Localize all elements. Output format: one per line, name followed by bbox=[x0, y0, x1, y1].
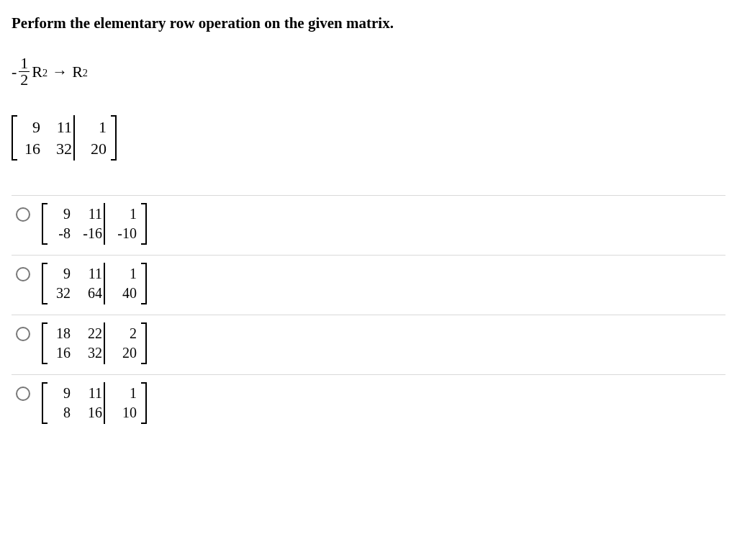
matrix-cell: 20 bbox=[75, 138, 111, 160]
choice-matrix: 9 -8 11 -16 1 -10 bbox=[42, 203, 147, 245]
choice-matrix: 9 8 11 16 1 10 bbox=[42, 382, 147, 424]
minus-sign: - bbox=[12, 63, 17, 81]
matrix-cell: 40 bbox=[105, 284, 141, 303]
fraction-numerator: 1 bbox=[19, 55, 30, 72]
radio-icon[interactable] bbox=[16, 327, 30, 341]
matrix-cell: 11 bbox=[76, 204, 104, 224]
matrix-cell: 1 bbox=[105, 204, 141, 224]
answer-choice[interactable]: 9 -8 11 -16 1 -10 bbox=[12, 195, 725, 256]
answer-choices: 9 -8 11 -16 1 -10 9 32 11 64 bbox=[12, 195, 725, 434]
matrix-cell: 9 bbox=[17, 117, 46, 138]
matrix-cell: 2 bbox=[105, 324, 141, 343]
matrix-cell: 1 bbox=[105, 384, 141, 403]
matrix-cell: 10 bbox=[105, 403, 141, 423]
matrix-cell: -8 bbox=[48, 224, 76, 243]
radio-icon[interactable] bbox=[16, 387, 30, 401]
matrix-cell: 9 bbox=[48, 264, 76, 284]
answer-choice[interactable]: 18 16 22 32 2 20 bbox=[12, 315, 725, 375]
matrix-cell: 32 bbox=[76, 343, 104, 363]
subscript-2: 2 bbox=[42, 67, 48, 79]
matrix-cell: 64 bbox=[76, 284, 104, 303]
matrix-cell: 32 bbox=[48, 284, 76, 303]
answer-choice[interactable]: 9 8 11 16 1 10 bbox=[12, 375, 725, 434]
fraction: 1 2 bbox=[19, 55, 30, 88]
row-operation: - 1 2 R2 → R2 bbox=[12, 55, 725, 88]
answer-choice[interactable]: 9 32 11 64 1 40 bbox=[12, 256, 725, 315]
matrix-cell: 32 bbox=[46, 138, 73, 160]
matrix-cell: 11 bbox=[46, 117, 73, 138]
arrow-icon: → bbox=[52, 63, 68, 81]
matrix-cell: 9 bbox=[48, 384, 76, 403]
matrix-cell: 8 bbox=[48, 403, 76, 423]
choice-matrix: 18 16 22 32 2 20 bbox=[42, 322, 147, 364]
matrix-cell: 1 bbox=[105, 264, 141, 284]
matrix-cell: 22 bbox=[76, 324, 104, 343]
matrix-cell: 16 bbox=[17, 138, 46, 160]
radio-icon[interactable] bbox=[16, 267, 30, 281]
matrix-cell: 11 bbox=[76, 264, 104, 284]
r-symbol: R bbox=[32, 63, 42, 81]
matrix-cell: -10 bbox=[105, 224, 141, 243]
matrix-cell: 18 bbox=[48, 324, 76, 343]
matrix-cell: 1 bbox=[75, 117, 111, 138]
given-matrix: 9 16 11 32 1 20 bbox=[12, 115, 117, 161]
fraction-denominator: 2 bbox=[19, 72, 30, 88]
matrix-cell: 16 bbox=[48, 343, 76, 363]
matrix-cell: 11 bbox=[76, 384, 104, 403]
matrix-cell: -16 bbox=[76, 224, 104, 243]
matrix-cell: 9 bbox=[48, 204, 76, 224]
r-symbol: R bbox=[72, 63, 83, 81]
subscript-2: 2 bbox=[83, 67, 88, 79]
question-text: Perform the elementary row operation on … bbox=[12, 14, 725, 32]
radio-icon[interactable] bbox=[16, 207, 30, 222]
matrix-cell: 20 bbox=[105, 343, 141, 363]
matrix-cell: 16 bbox=[76, 403, 104, 423]
choice-matrix: 9 32 11 64 1 40 bbox=[42, 263, 147, 304]
